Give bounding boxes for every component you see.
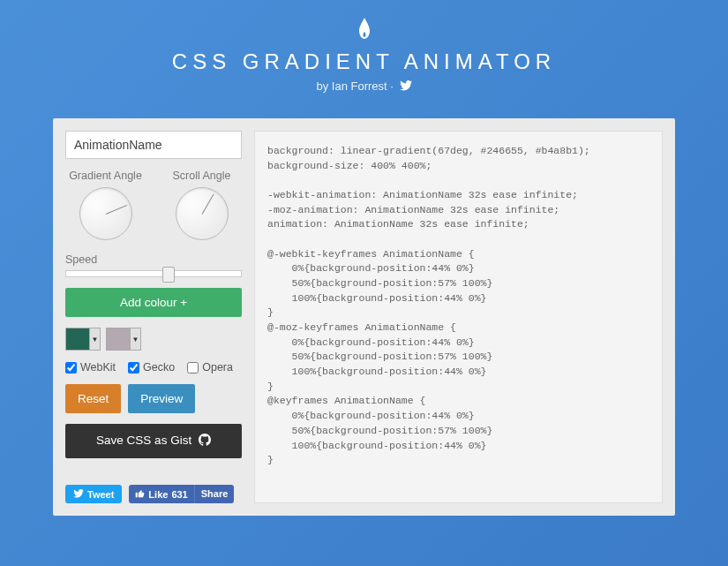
- speed-slider[interactable]: [65, 270, 242, 277]
- fb-like-button[interactable]: Like 631: [129, 485, 193, 503]
- fb-share-button[interactable]: Share: [194, 485, 235, 503]
- colour-swatch-1[interactable]: ▼: [65, 328, 101, 351]
- byline: by Ian Forrest ·: [0, 79, 728, 94]
- scroll-angle-knob[interactable]: [176, 187, 229, 240]
- speed-slider-thumb[interactable]: [162, 267, 175, 283]
- twitter-icon: [73, 489, 84, 500]
- css-output[interactable]: background: linear-gradient(67deg, #2466…: [254, 131, 663, 503]
- reset-button[interactable]: Reset: [65, 384, 121, 413]
- gradient-angle-label: Gradient Angle: [65, 170, 146, 182]
- scroll-angle-label: Scroll Angle: [161, 170, 242, 182]
- opera-checkbox[interactable]: Opera: [187, 361, 233, 374]
- animation-name-input[interactable]: [65, 131, 242, 159]
- colour-swatch-2[interactable]: ▼: [106, 328, 141, 351]
- github-icon: [199, 434, 211, 449]
- tweet-button[interactable]: Tweet: [65, 485, 122, 503]
- chevron-down-icon: ▼: [130, 328, 140, 350]
- page-title: CSS GRADIENT ANIMATOR: [0, 49, 728, 74]
- webkit-checkbox[interactable]: WebKit: [65, 361, 116, 374]
- gradient-angle-knob[interactable]: [79, 187, 132, 240]
- thumbs-up-icon: [135, 488, 145, 500]
- main-panel: Gradient Angle Scroll Angle Speed Add co…: [53, 118, 675, 516]
- preview-button[interactable]: Preview: [128, 384, 195, 413]
- chevron-down-icon: ▼: [89, 328, 100, 350]
- twitter-icon[interactable]: [400, 80, 412, 94]
- colour-swatch-row: ▼ ▼: [65, 328, 242, 351]
- speed-label: Speed: [65, 253, 97, 266]
- gecko-checkbox[interactable]: Gecko: [128, 361, 175, 374]
- controls-column: Gradient Angle Scroll Angle Speed Add co…: [65, 131, 242, 503]
- save-gist-button[interactable]: Save CSS as Gist: [65, 424, 242, 458]
- add-colour-button[interactable]: Add colour +: [65, 288, 242, 317]
- author-link[interactable]: Ian Forrest: [332, 79, 387, 93]
- flame-logo-icon: [356, 18, 372, 42]
